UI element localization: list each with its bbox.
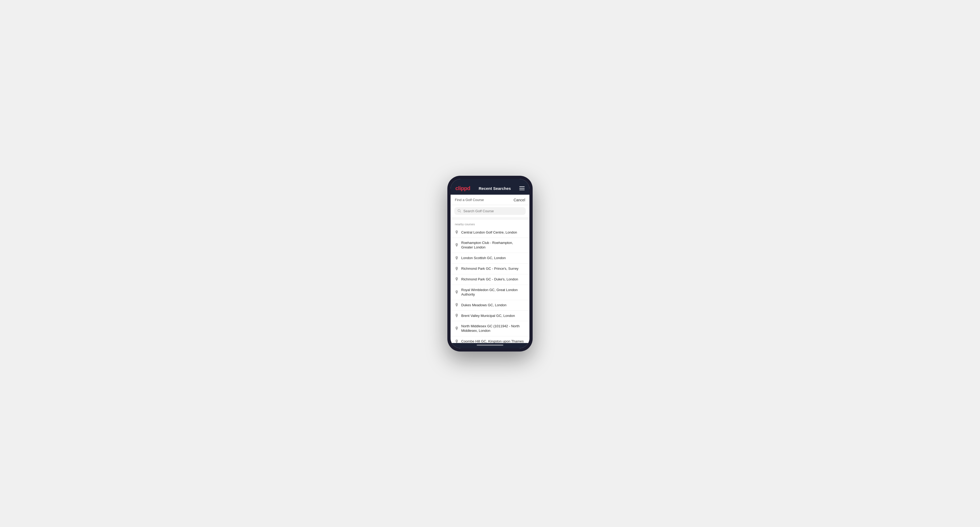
course-list-item[interactable]: North Middlesex GC (1011942 - North Midd… bbox=[450, 321, 530, 337]
pin-icon bbox=[455, 314, 458, 318]
find-label: Find a Golf Course bbox=[455, 198, 484, 202]
cancel-button[interactable]: Cancel bbox=[514, 198, 525, 202]
search-container bbox=[450, 205, 530, 218]
course-name: Coombe Hill GC, Kingston upon Thames bbox=[461, 339, 524, 343]
svg-line-1 bbox=[460, 211, 461, 212]
search-input[interactable] bbox=[463, 209, 522, 213]
course-list-item[interactable]: Brent Valley Municipal GC, London bbox=[450, 311, 530, 321]
course-name: London Scottish GC, London bbox=[461, 256, 506, 260]
pin-icon bbox=[455, 327, 458, 331]
pin-icon bbox=[455, 277, 458, 281]
pin-icon bbox=[455, 290, 458, 295]
course-list-item[interactable]: Dukes Meadows GC, London bbox=[450, 300, 530, 311]
course-name: Roehampton Club - Roehampton, Greater Lo… bbox=[461, 241, 525, 250]
course-name: Richmond Park GC - Prince's, Surrey bbox=[461, 267, 519, 271]
pin-icon bbox=[455, 303, 458, 307]
nearby-label: Nearby courses bbox=[450, 220, 530, 227]
pin-icon bbox=[455, 243, 458, 248]
home-indicator bbox=[450, 343, 530, 348]
course-list: Central London Golf Centre, London Roeha… bbox=[450, 227, 530, 343]
hamburger-line-1 bbox=[519, 186, 525, 187]
hamburger-line-2 bbox=[519, 188, 525, 189]
course-list-item[interactable]: Central London Golf Centre, London bbox=[450, 227, 530, 238]
phone-screen: clippd Recent Searches Find a Golf Cours… bbox=[450, 179, 530, 348]
course-name: Brent Valley Municipal GC, London bbox=[461, 314, 515, 318]
hamburger-line-3 bbox=[519, 190, 525, 190]
course-name: Central London Golf Centre, London bbox=[461, 230, 517, 235]
status-bar bbox=[450, 179, 530, 183]
app-logo: clippd bbox=[455, 185, 470, 192]
course-list-item[interactable]: Roehampton Club - Roehampton, Greater Lo… bbox=[450, 238, 530, 253]
course-name: Richmond Park GC - Duke's, London bbox=[461, 277, 518, 282]
course-list-item[interactable]: Richmond Park GC - Duke's, London bbox=[450, 274, 530, 285]
pin-icon bbox=[455, 340, 458, 343]
app-header: clippd Recent Searches bbox=[450, 183, 530, 195]
course-name: North Middlesex GC (1011942 - North Midd… bbox=[461, 324, 525, 333]
course-list-item[interactable]: Royal Wimbledon GC, Great London Authori… bbox=[450, 285, 530, 300]
course-list-item[interactable]: Richmond Park GC - Prince's, Surrey bbox=[450, 264, 530, 274]
course-name: Dukes Meadows GC, London bbox=[461, 303, 506, 308]
content-area: Find a Golf Course Cancel Nearby courses bbox=[450, 195, 530, 343]
search-box bbox=[454, 207, 526, 215]
find-bar: Find a Golf Course Cancel bbox=[450, 195, 530, 205]
course-list-item[interactable]: London Scottish GC, London bbox=[450, 253, 530, 264]
header-title: Recent Searches bbox=[479, 186, 511, 190]
course-list-item[interactable]: Coombe Hill GC, Kingston upon Thames bbox=[450, 337, 530, 343]
phone-frame: clippd Recent Searches Find a Golf Cours… bbox=[447, 176, 533, 351]
pin-icon bbox=[455, 230, 458, 235]
course-name: Royal Wimbledon GC, Great London Authori… bbox=[461, 288, 525, 297]
search-icon bbox=[458, 209, 461, 213]
home-bar bbox=[477, 344, 503, 346]
nearby-section: Nearby courses Central London Golf Centr… bbox=[450, 220, 530, 343]
pin-icon bbox=[455, 267, 458, 271]
hamburger-menu-button[interactable] bbox=[519, 186, 525, 190]
pin-icon bbox=[455, 256, 458, 260]
